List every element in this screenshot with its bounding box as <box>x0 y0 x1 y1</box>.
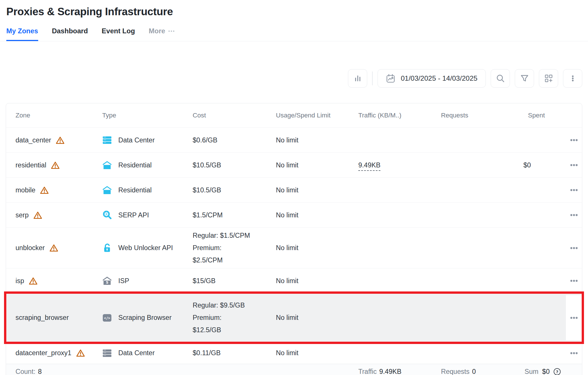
isp-house-icon <box>102 276 112 286</box>
table-footer: Count:8 Traffic9.49KB Requests0 Sum$0 ? <box>6 364 582 375</box>
column-header-type[interactable]: Type <box>102 112 193 119</box>
calendar-icon <box>386 74 395 83</box>
row-kebab-icon <box>570 188 578 192</box>
count-label: Count: <box>16 368 35 375</box>
requests-total-value: 0 <box>472 368 476 375</box>
table-row[interactable]: residential Residential $10.5/GB No limi… <box>6 152 582 177</box>
column-header-spent[interactable]: Spent <box>523 112 566 119</box>
traffic-total-label: Traffic <box>358 368 377 375</box>
cost-line: Premium: <box>193 242 276 254</box>
zone-name: data_center <box>16 136 51 144</box>
tab-more[interactable]: More <box>149 27 175 41</box>
warning-icon[interactable] <box>51 161 60 169</box>
row-actions-button[interactable] <box>567 313 581 322</box>
tab-more-label: More <box>149 27 165 35</box>
date-range-value: 01/03/2025 - 14/03/2025 <box>401 74 477 82</box>
table-row[interactable]: datacenter_proxy1 Data Center $0.11/GB N… <box>6 342 582 364</box>
zone-name: unblocker <box>16 244 45 252</box>
warning-icon[interactable] <box>29 277 38 285</box>
date-range-picker[interactable]: 01/03/2025 - 14/03/2025 <box>378 69 486 88</box>
table-row[interactable]: mobile Residential $10.5/GB No limit <box>6 177 582 202</box>
zone-name: scraping_browser <box>16 314 69 322</box>
column-header-requests[interactable]: Requests <box>441 112 523 119</box>
row-kebab-icon <box>570 138 578 142</box>
usage-limit-cell: No limit <box>276 349 358 357</box>
cost-line: $10.5/GB <box>193 159 276 171</box>
table-row[interactable]: isp ISP $15/GB No limit <box>6 268 582 293</box>
warning-icon[interactable] <box>33 211 42 219</box>
footer-traffic: Traffic9.49KB <box>358 368 441 375</box>
cost-line: $0.6/GB <box>193 134 276 146</box>
column-header-zone[interactable]: Zone <box>6 112 102 119</box>
house-icon <box>102 160 112 170</box>
count-value: 8 <box>38 368 42 375</box>
row-actions-button[interactable] <box>567 185 581 195</box>
zone-type: Data Center <box>118 136 155 144</box>
warning-icon[interactable] <box>40 186 49 194</box>
usage-limit-cell: No limit <box>276 244 358 252</box>
cost-line: $15/GB <box>193 275 276 287</box>
sum-label: Sum <box>525 368 538 375</box>
zone-name: serp <box>16 211 29 219</box>
column-header-cost[interactable]: Cost <box>193 112 276 119</box>
traffic-cell: 9.49KB <box>358 161 441 169</box>
warning-icon[interactable] <box>76 349 85 357</box>
usage-limit-cell: No limit <box>276 314 358 322</box>
zone-type: Residential <box>118 186 152 194</box>
chart-view-button[interactable] <box>348 69 367 88</box>
requests-total-label: Requests <box>441 368 469 375</box>
row-actions-button[interactable] <box>567 136 581 145</box>
kebab-menu-icon <box>568 74 577 83</box>
table-row[interactable]: data_center Data Center $0.6/GB No limit <box>6 127 582 152</box>
table-row[interactable]: serp SERP API $1.5/CPM No limit <box>6 202 582 227</box>
row-actions-button[interactable] <box>567 276 581 285</box>
row-kebab-icon <box>570 279 578 283</box>
cost-cell: $10.5/GB <box>193 184 276 196</box>
ellipsis-icon <box>168 30 175 32</box>
cost-cell: $10.5/GB <box>193 159 276 171</box>
cost-line: $10.5/GB <box>193 184 276 196</box>
help-icon[interactable]: ? <box>553 368 561 375</box>
tab-event-log[interactable]: Event Log <box>102 27 135 41</box>
cost-cell: Regular: $1.5/CPM Premium: $2.5/CPM <box>193 229 276 266</box>
row-actions-button[interactable] <box>567 349 581 358</box>
cost-cell: $1.5/CPM <box>193 209 276 221</box>
usage-limit-cell: No limit <box>276 211 358 219</box>
column-header-traffic[interactable]: Traffic (KB/M..) <box>358 112 441 119</box>
usage-limit-cell: No limit <box>276 161 358 169</box>
toolbar-kebab-button[interactable] <box>563 69 582 88</box>
tab-dashboard[interactable]: Dashboard <box>52 27 88 41</box>
bar-chart-icon <box>353 74 362 83</box>
traffic-value-link[interactable]: 9.49KB <box>358 161 380 171</box>
table-row[interactable]: unblocker Web Unlocker API Regular: $1.5… <box>6 227 582 268</box>
customize-columns-icon <box>544 74 553 83</box>
row-actions-button[interactable] <box>567 243 581 253</box>
search-button[interactable] <box>491 69 510 88</box>
cost-line: Premium: <box>193 312 276 324</box>
footer-requests: Requests0 <box>441 368 523 375</box>
zone-type: Residential <box>118 161 152 169</box>
warning-icon[interactable] <box>49 244 58 252</box>
zones-table: Zone Type Cost Usage/Spend Limit Traffic… <box>6 103 582 375</box>
column-header-usage[interactable]: Usage/Spend Limit <box>276 112 358 119</box>
zone-type: Data Center <box>118 349 155 357</box>
row-actions-button[interactable] <box>567 210 581 220</box>
zone-type: Web Unlocker API <box>118 244 173 252</box>
cost-cell: $0.11/GB <box>193 347 276 359</box>
table-header-row: Zone Type Cost Usage/Spend Limit Traffic… <box>6 103 582 127</box>
zone-name: datacenter_proxy1 <box>16 349 71 357</box>
filter-button[interactable] <box>515 69 534 88</box>
row-actions-button[interactable] <box>567 161 581 170</box>
tab-my-zones[interactable]: My Zones <box>6 27 38 41</box>
code-icon <box>102 313 112 323</box>
table-row-selected[interactable]: scraping_browser Scraping Browser Regula… <box>6 293 582 342</box>
server-icon <box>102 348 112 358</box>
spent-cell: $0 <box>523 161 566 169</box>
row-kebab-icon <box>570 351 578 355</box>
customize-columns-button[interactable] <box>539 69 558 88</box>
row-kebab-icon <box>570 246 578 250</box>
warning-icon[interactable] <box>56 136 65 144</box>
svg-text:?: ? <box>556 369 558 374</box>
row-kebab-icon <box>570 213 578 217</box>
zone-type: Scraping Browser <box>118 314 171 322</box>
